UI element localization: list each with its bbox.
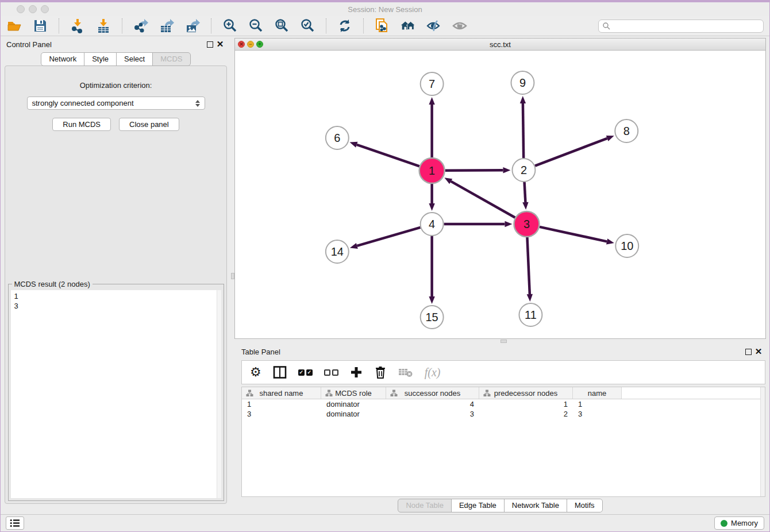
run-mcds-button[interactable]: Run MCDS <box>52 118 111 131</box>
zoom-in-icon[interactable] <box>222 18 238 34</box>
horizontal-splitter[interactable] <box>234 339 766 344</box>
splitter-grip[interactable] <box>500 340 507 343</box>
graph-node-label: 8 <box>623 125 630 137</box>
refresh-icon[interactable] <box>337 18 353 34</box>
graph-edge-3-1[interactable] <box>451 182 515 218</box>
tab-motifs[interactable]: Motifs <box>567 499 603 512</box>
import-network-icon[interactable] <box>70 18 86 34</box>
zoom-fit-icon[interactable] <box>274 18 290 34</box>
app-window: Session: New Session <box>0 0 770 532</box>
mcds-result-area[interactable]: 13 <box>11 290 221 498</box>
graph-edge-arrow-icon <box>444 178 452 184</box>
search-input[interactable] <box>613 22 760 30</box>
graph-node-label: 2 <box>521 164 527 176</box>
table-row[interactable]: 3dominator323 <box>242 409 765 419</box>
table-row[interactable]: 1dominator411 <box>242 399 765 409</box>
import-table-icon[interactable] <box>95 18 111 34</box>
add-column-icon[interactable] <box>350 364 363 380</box>
column-header-name[interactable]: name <box>573 387 622 399</box>
search-field[interactable] <box>598 20 764 33</box>
home-layout-icon[interactable] <box>400 18 416 34</box>
table-settings-icon[interactable]: ⚙ <box>250 364 261 380</box>
column-header-predecessor-nodes[interactable]: predecessor nodes <box>479 387 573 399</box>
clone-network-icon[interactable] <box>374 18 390 34</box>
tab-edge-table[interactable]: Edge Table <box>451 499 505 512</box>
task-list-icon <box>10 519 20 527</box>
column-header-shared-name[interactable]: shared name <box>242 387 321 399</box>
hide-panel-icon[interactable] <box>426 18 442 34</box>
graph-edge-1-2[interactable] <box>445 170 503 171</box>
result-scrollbar[interactable] <box>217 290 221 498</box>
tab-style[interactable]: Style <box>84 52 117 66</box>
close-panel-icon[interactable]: ✕ <box>215 39 225 49</box>
vertical-splitter[interactable] <box>231 36 234 514</box>
graph-edge-arrow-icon <box>429 296 434 304</box>
save-session-icon[interactable] <box>32 18 48 34</box>
graph-node-label: 6 <box>334 132 340 144</box>
table-scrollbar[interactable] <box>760 387 765 496</box>
column-selector-icon[interactable] <box>273 364 287 380</box>
graph-edge-3-10[interactable] <box>540 227 607 241</box>
select-all-icon[interactable]: ✓✓ <box>298 364 313 380</box>
tab-network[interactable]: Network <box>41 52 84 66</box>
table-cell: 1 <box>573 400 622 408</box>
graph-edge-arrow-icon <box>350 243 358 249</box>
table-body: 1dominator4113dominator323 <box>242 399 765 419</box>
column-header-successor-nodes[interactable]: successor nodes <box>386 387 479 399</box>
column-type-icon <box>325 390 333 397</box>
tab-network-table[interactable]: Network Table <box>504 499 567 512</box>
network-window-title: scc.txt <box>235 40 765 49</box>
main-toolbar <box>1 16 769 36</box>
memory-label: Memory <box>731 519 758 527</box>
network-canvas[interactable]: 7968124314101511 <box>235 51 765 338</box>
export-table-icon[interactable] <box>159 18 175 34</box>
float-table-panel-icon[interactable] <box>743 346 753 357</box>
toolbar-separator <box>326 18 326 33</box>
mcds-result-line: 1 <box>14 291 218 301</box>
deselect-all-icon[interactable] <box>324 364 338 380</box>
export-network-icon[interactable] <box>133 18 149 34</box>
mcds-result-title: MCDS result (2 nodes) <box>12 280 93 288</box>
graph-node-label: 4 <box>429 218 435 230</box>
task-history-button[interactable] <box>6 516 24 530</box>
float-panel-icon[interactable] <box>205 39 215 49</box>
graph-edge-2-3[interactable] <box>525 182 526 202</box>
toolbar-separator <box>59 18 59 33</box>
open-session-icon[interactable] <box>6 18 22 34</box>
show-panel-icon[interactable] <box>452 18 468 34</box>
graph-node-label: 9 <box>519 76 526 89</box>
graph-edge-arrow-icon <box>527 294 533 302</box>
graph-edge-2-9[interactable] <box>523 103 523 158</box>
mcds-result-lines: 13 <box>11 290 221 312</box>
delete-column-icon[interactable] <box>374 364 387 380</box>
zoom-out-icon[interactable] <box>248 18 264 34</box>
graph-node-label: 14 <box>331 245 344 258</box>
graph-edge-2-8[interactable] <box>535 138 607 166</box>
delete-table-icon <box>398 364 413 380</box>
table-header-row: shared nameMCDS rolesuccessor nodesprede… <box>242 387 765 399</box>
export-image-icon[interactable] <box>184 18 201 34</box>
close-table-panel-icon[interactable]: ✕ <box>753 346 764 357</box>
splitter-grip[interactable] <box>231 273 234 279</box>
graph-edge-4-14[interactable] <box>357 228 420 246</box>
tab-node-table[interactable]: Node Table <box>398 499 452 512</box>
mcds-result-group: MCDS result (2 nodes) 13 <box>8 284 224 501</box>
network-window-titlebar: scc.txt ✕ − + <box>235 38 765 51</box>
tab-mcds[interactable]: MCDS <box>152 52 190 66</box>
status-bar: Memory <box>1 514 769 531</box>
graph-edge-3-11[interactable] <box>527 237 529 294</box>
graph-edge-arrow-icon <box>429 203 434 211</box>
column-header-label: MCDS role <box>335 389 372 398</box>
table-cell: 2 <box>479 410 573 418</box>
close-panel-button[interactable]: Close panel <box>119 118 179 131</box>
table-cell: 4 <box>386 400 479 408</box>
tab-select[interactable]: Select <box>116 52 153 66</box>
memory-button[interactable]: Memory <box>714 516 764 530</box>
zoom-selected-icon[interactable] <box>299 18 315 34</box>
control-panel-title: Control Panel <box>6 40 52 49</box>
graph-edge-1-6[interactable] <box>357 145 419 167</box>
graph-edge-arrow-icon <box>520 96 526 103</box>
optimization-criterion-select[interactable]: strongly connected component <box>27 97 205 110</box>
column-header-mcds-role[interactable]: MCDS role <box>321 387 386 399</box>
graph-edge-arrow-icon <box>606 238 614 244</box>
